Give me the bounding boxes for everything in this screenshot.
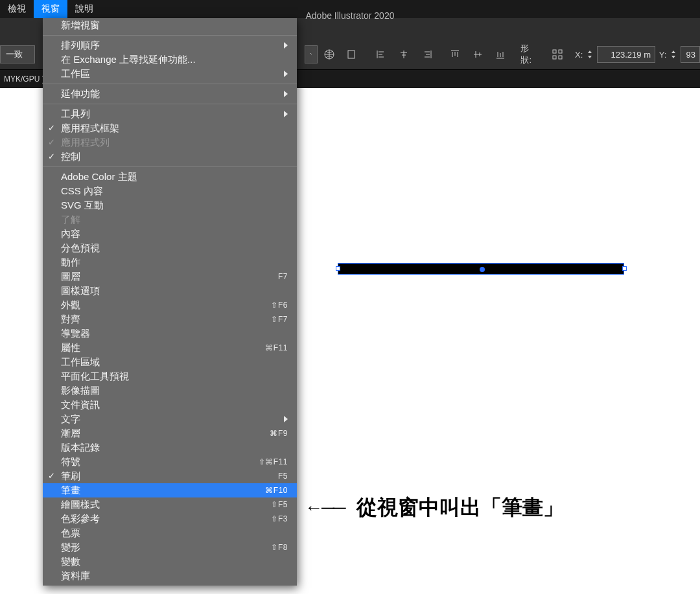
menu-item[interactable]: 筆畫⌘F10 bbox=[43, 483, 297, 497]
menu-item[interactable]: ✓應用程式框架 bbox=[43, 121, 297, 135]
check-icon: ✓ bbox=[48, 123, 55, 133]
svg-rect-3 bbox=[559, 50, 562, 53]
menu-item-label: 符號 bbox=[61, 456, 259, 468]
document-tab[interactable]: MYK/GPU ) bbox=[4, 74, 45, 84]
align-bottom-icon[interactable] bbox=[492, 45, 509, 63]
menubar: 檢視 視窗 說明 bbox=[0, 0, 700, 18]
menu-item-label: 筆畫 bbox=[61, 485, 265, 497]
menu-item[interactable]: 動作 bbox=[43, 255, 297, 269]
menu-item-label: 繪圖樣式 bbox=[61, 499, 271, 511]
menu-item[interactable]: 變形⇧F8 bbox=[43, 540, 297, 554]
chevron-down-icon bbox=[310, 52, 312, 57]
menu-item[interactable]: 圖樣選項 bbox=[43, 284, 297, 298]
menu-item[interactable]: 外觀⇧F6 bbox=[43, 298, 297, 312]
menu-item[interactable]: 變數 bbox=[43, 554, 297, 569]
align-top-icon[interactable] bbox=[446, 45, 463, 63]
window-menu-dropdown: 新增視窗排列順序在 Exchange 上尋找延伸功能...工作區延伸功能工具列✓… bbox=[43, 18, 297, 586]
menu-item-label: 色票 bbox=[61, 527, 288, 540]
menu-separator bbox=[43, 104, 297, 104]
y-stepper-icon[interactable] bbox=[669, 45, 678, 63]
menu-item-label: 屬性 bbox=[61, 342, 265, 354]
document-setup-icon[interactable] bbox=[343, 45, 360, 63]
y-input[interactable] bbox=[681, 46, 700, 63]
menu-item[interactable]: 新增視窗 bbox=[43, 18, 297, 32]
menu-item[interactable]: 排列順序 bbox=[43, 38, 297, 52]
globe-icon[interactable] bbox=[320, 45, 338, 63]
menubar-item-window[interactable]: 視窗 bbox=[34, 0, 67, 18]
menu-item[interactable]: 文件資訊 bbox=[43, 398, 297, 412]
align-right-icon[interactable] bbox=[418, 45, 436, 63]
menu-item[interactable]: ✓筆刷F5 bbox=[43, 469, 297, 483]
menu-item[interactable]: 繪圖樣式⇧F5 bbox=[43, 497, 297, 512]
svg-rect-4 bbox=[553, 56, 556, 59]
menu-item[interactable]: 分色預視 bbox=[43, 241, 297, 255]
menubar-item-view[interactable]: 檢視 bbox=[0, 0, 34, 18]
menubar-item-help[interactable]: 說明 bbox=[67, 0, 101, 18]
menu-item[interactable]: 工具列 bbox=[43, 107, 297, 121]
align-center-h-icon[interactable] bbox=[395, 45, 413, 63]
align-dropdown-label: 一致 bbox=[6, 49, 23, 60]
menu-item[interactable]: 導覽器 bbox=[43, 326, 297, 341]
selection-handle-left[interactable] bbox=[336, 266, 340, 271]
check-icon: ✓ bbox=[48, 137, 55, 147]
menu-item[interactable]: Adobe Color 主題 bbox=[43, 170, 297, 184]
menu-item[interactable]: 版本記錄 bbox=[43, 440, 297, 455]
menu-item[interactable]: SVG 互動 bbox=[43, 198, 297, 212]
menu-item[interactable]: 在 Exchange 上尋找延伸功能... bbox=[43, 52, 297, 67]
menu-item-label: 筆刷 bbox=[61, 470, 278, 483]
menu-item[interactable]: 平面化工具預視 bbox=[43, 369, 297, 383]
menu-item[interactable]: 色票 bbox=[43, 526, 297, 540]
menu-item-label: 變數 bbox=[61, 556, 288, 568]
menu-item[interactable]: ✓控制 bbox=[43, 150, 297, 164]
menu-item[interactable]: 工作區域 bbox=[43, 355, 297, 369]
menu-item-shortcut: F5 bbox=[278, 472, 288, 481]
menu-item-shortcut: ⇧F3 bbox=[271, 514, 288, 523]
selection-handle-right[interactable] bbox=[622, 266, 627, 271]
menu-item[interactable]: 影像描圖 bbox=[43, 383, 297, 398]
menu-item-label: 工具列 bbox=[61, 108, 288, 120]
shape-label: 形狀: bbox=[520, 43, 539, 66]
chevron-right-icon bbox=[284, 42, 289, 49]
menu-item-label: 工作區 bbox=[61, 68, 288, 80]
menu-separator bbox=[43, 35, 297, 36]
menu-item[interactable]: 符號⇧⌘F11 bbox=[43, 455, 297, 469]
menu-item[interactable]: 漸層⌘F9 bbox=[43, 426, 297, 440]
menu-item[interactable]: CSS 內容 bbox=[43, 184, 297, 198]
x-input[interactable] bbox=[597, 46, 655, 63]
menu-item-shortcut: ⌘F9 bbox=[270, 429, 288, 438]
menu-item[interactable]: 文字 bbox=[43, 412, 297, 426]
menu-item-label: 新增視窗 bbox=[61, 19, 288, 32]
x-stepper-icon[interactable] bbox=[585, 45, 594, 63]
menu-item-label: 變形 bbox=[61, 542, 271, 554]
menu-item-label: 漸層 bbox=[61, 428, 270, 440]
menu-item-shortcut: ⇧F8 bbox=[271, 543, 288, 552]
selection-center-anchor[interactable] bbox=[480, 267, 485, 272]
menu-item[interactable]: 色彩參考⇧F3 bbox=[43, 512, 297, 526]
menu-item[interactable]: 資料庫 bbox=[43, 569, 297, 583]
check-icon: ✓ bbox=[48, 152, 55, 161]
menu-item-label: 對齊 bbox=[61, 314, 271, 326]
menu-item[interactable]: 對齊⇧F7 bbox=[43, 312, 297, 326]
shape-grid-icon[interactable] bbox=[548, 45, 566, 63]
style-dropdown[interactable] bbox=[305, 45, 318, 63]
align-dropdown[interactable]: 一致 bbox=[0, 45, 35, 63]
align-center-v-icon[interactable] bbox=[469, 45, 486, 63]
menu-item-label: 導覽器 bbox=[61, 328, 288, 340]
menu-item-label: 動作 bbox=[61, 257, 288, 269]
menu-item-label: 應用程式框架 bbox=[61, 122, 288, 135]
menu-item-label: 外觀 bbox=[61, 299, 271, 312]
align-left-icon[interactable] bbox=[372, 45, 390, 63]
menu-item[interactable]: 延伸功能 bbox=[43, 87, 297, 101]
chevron-right-icon bbox=[284, 111, 289, 117]
menu-item[interactable]: 屬性⌘F11 bbox=[43, 341, 297, 355]
svg-rect-1 bbox=[348, 51, 355, 58]
tutorial-annotation: ←── 從視窗中叫出「筆畫」 bbox=[305, 494, 564, 522]
annotation-text: 從視窗中叫出「筆畫」 bbox=[356, 494, 564, 522]
menu-item[interactable]: 工作區 bbox=[43, 67, 297, 81]
menu-item[interactable]: 圖層F7 bbox=[43, 269, 297, 284]
menu-item-label: 色彩參考 bbox=[61, 513, 271, 525]
menu-item-label: 工作區域 bbox=[61, 356, 288, 369]
svg-rect-2 bbox=[553, 50, 556, 53]
menu-item-shortcut: ⇧F5 bbox=[271, 500, 288, 509]
menu-item[interactable]: 內容 bbox=[43, 227, 297, 241]
